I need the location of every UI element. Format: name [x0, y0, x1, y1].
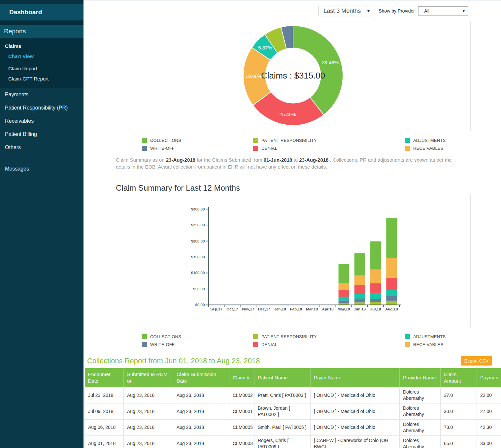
bar-segment-adjustments-jul-18[interactable]	[370, 293, 381, 299]
legend-item-collections: COLLECTIONS	[142, 333, 253, 340]
sidebar-item-dashboard[interactable]: Dashboard	[0, 4, 84, 20]
bar-segment-denial-jun-18[interactable]	[354, 285, 365, 294]
table-cell: [ CAREW ] - Careworks of Ohio (OH BWC)	[311, 435, 400, 448]
column-header-claim-amount: Claim Amount	[441, 368, 477, 387]
y-axis-label: $300.00	[191, 207, 205, 211]
table-cell: CLM0003	[229, 435, 254, 448]
table-cell: Aug 23, 2018	[124, 387, 173, 403]
bar-segment-denial-aug-18[interactable]	[386, 278, 397, 290]
sidebar-item-payments[interactable]: Payments	[0, 88, 84, 101]
sidebar-item-receivables[interactable]: Receivables	[0, 114, 84, 128]
legend-item-write-off: WRITE-OFF	[142, 144, 253, 152]
legend-label: PATIENT RESPONSIBILITY	[261, 138, 317, 143]
reports-label: Reports	[4, 28, 26, 35]
bar-segment-receivables-aug-18[interactable]	[386, 258, 397, 278]
monthly-bar-panel: $0.00$50.00$100.00$150.00$200.00$250.00$…	[116, 194, 471, 327]
claims-submenu: Chart ViewClaim ReportClaim-CPT Report	[0, 51, 84, 83]
legend-swatch	[405, 138, 410, 143]
table-cell: Dolores Abernathy	[400, 435, 441, 448]
table-cell: 33.00	[477, 435, 501, 448]
export-csv-button[interactable]: Export CSV	[461, 356, 492, 366]
table-cell: [ OHMCD ] - Medicaid of Ohio	[311, 403, 400, 420]
x-axis-label: Nov,17	[242, 307, 254, 311]
legend-item-adjustments: ADJUSTMENTS	[405, 333, 471, 340]
period-select[interactable]: Last 3 Months ▾	[318, 6, 373, 16]
sidebar-section-reports[interactable]: Reports	[0, 25, 84, 38]
bar-segment-receivables-jul-18[interactable]	[370, 270, 381, 283]
app-root: Dashboard Reports Claims Chart ViewClaim…	[0, 0, 501, 448]
bar-segment-adjustments-aug-18[interactable]	[386, 290, 397, 296]
table-cell: Jul 23, 2018	[85, 387, 124, 403]
legend-item-denial: DENIAL	[253, 144, 405, 152]
column-header-submitted-to-rcm-on: Submitted to RCM on	[124, 368, 173, 387]
table-cell: 22.00	[477, 387, 501, 403]
x-axis-label: Mar,18	[306, 307, 318, 311]
chevron-down-icon: ▾	[367, 8, 370, 14]
bar-legend: COLLECTIONSPATIENT RESPONSIBILITYADJUSTM…	[116, 333, 471, 348]
legend-swatch	[253, 334, 258, 339]
summary-date: 23-Aug-2018	[299, 157, 328, 163]
bar-segment-write-off-aug-18[interactable]	[386, 296, 397, 301]
summary-text: to	[292, 157, 299, 163]
legend-label: RECEIVABLES	[413, 342, 444, 347]
legend-item-collections: COLLECTIONS	[142, 136, 253, 144]
bar-segment-adjustments-may-18[interactable]	[339, 297, 349, 301]
legend-swatch	[142, 342, 147, 347]
donut-percent-label: 5.87%	[258, 45, 272, 50]
bar-segment-write-off-jul-18[interactable]	[370, 299, 381, 302]
summary-text: Claim Summary as on	[116, 157, 166, 163]
x-axis-label: Jun,18	[354, 307, 366, 311]
provider-select-value: --All--	[421, 8, 432, 14]
table-row: Aug 06, 2018Aug 23, 2018Aug 23, 2018CLM0…	[85, 419, 501, 435]
bar-segment-collections-jun-18[interactable]	[354, 253, 365, 276]
table-cell: [ OHMCD ] - Medicaid of Ohio	[311, 387, 400, 403]
y-axis-label: $200.00	[191, 239, 205, 243]
legend-swatch	[142, 334, 147, 339]
bar-segment-denial-may-18[interactable]	[339, 290, 349, 297]
bar-segment-patient-responsibility-jul-18[interactable]	[370, 302, 381, 305]
column-header-payer-name: Payer Name	[311, 368, 400, 387]
table-cell: Aug 06, 2018	[85, 419, 124, 435]
table-cell: Dolores Abernathy	[400, 419, 441, 435]
donut-legend: COLLECTIONSPATIENT RESPONSIBILITYADJUSTM…	[116, 136, 471, 152]
topbar: Last 3 Months ▾ Show by Provider --All--…	[84, 1, 501, 16]
bar-segment-denial-jul-18[interactable]	[370, 283, 381, 293]
collections-table-head: Encounter DateSubmitted to RCM onClaim S…	[85, 368, 501, 387]
summary-date: 23-Aug-2018	[166, 157, 195, 163]
sidebar: Dashboard Reports Claims Chart ViewClaim…	[0, 0, 84, 448]
column-header-provider-name: Provider Name	[400, 368, 441, 387]
sidebar-item-claims[interactable]: Claims	[0, 42, 84, 51]
bar-segment-adjustments-jun-18[interactable]	[354, 294, 365, 299]
y-axis-label: $250.00	[191, 223, 205, 227]
table-cell: Pratt, Chris [ PAT0003 ]	[254, 387, 311, 403]
bar-segment-patient-responsibility-jun-18[interactable]	[354, 303, 365, 305]
bar-segment-write-off-jun-18[interactable]	[354, 299, 365, 303]
legend-label: DENIAL	[261, 146, 277, 151]
claims-donut-chart: 39.46%25.40%19.68%5.87%Claims : $315.00	[116, 21, 470, 131]
sidebar-item-messages[interactable]: Messages	[0, 162, 84, 176]
bar-segment-collections-jul-18[interactable]	[370, 241, 381, 270]
legend-label: WRITE-OFF	[150, 146, 175, 151]
sidebar-item-chart-view[interactable]: Chart View	[0, 51, 84, 63]
sidebar-item-claim-cpt-report[interactable]: Claim-CPT Report	[0, 73, 84, 83]
sidebar-item-patient-billing[interactable]: Patient Billing	[0, 128, 84, 141]
bar-segment-write-off-may-18[interactable]	[339, 301, 349, 303]
sidebar-item-claim-report[interactable]: Claim Report	[0, 63, 84, 73]
donut-slice-collections[interactable]	[293, 26, 343, 115]
table-cell: Aug 23, 2018	[124, 435, 173, 448]
bar-segment-collections-aug-18[interactable]	[386, 218, 397, 258]
bar-segment-patient-responsibility-aug-18[interactable]	[386, 301, 397, 305]
x-axis-label: Dec,17	[258, 307, 270, 311]
sidebar-item-label: Claim Report	[8, 66, 37, 71]
legend-item-patient-responsibility: PATIENT RESPONSIBILITY	[253, 333, 405, 340]
bar-segment-receivables-may-18[interactable]	[339, 284, 349, 290]
sidebar-item-patient-responsibility-pr[interactable]: Patient Responsibility (PR)	[0, 101, 84, 114]
summary-date: 01-Jun-2018	[264, 157, 292, 163]
sidebar-item-others[interactable]: Others	[0, 141, 84, 154]
table-cell: Aug 23, 2018	[124, 403, 173, 420]
provider-select[interactable]: --All-- ▼	[418, 6, 468, 16]
bar-segment-receivables-jun-18[interactable]	[354, 276, 365, 285]
bar-segment-collections-may-18[interactable]	[339, 264, 349, 284]
legend-item-write-off: WRITE-OFF	[142, 340, 253, 348]
legend-item-receivables: RECEIVABLES	[405, 144, 471, 152]
